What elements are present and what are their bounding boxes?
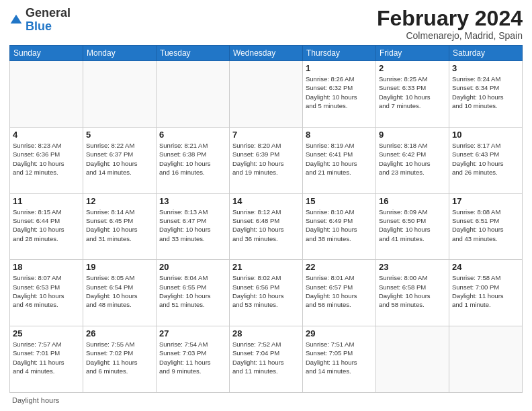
day-number: 12 <box>86 196 153 206</box>
calendar-cell <box>376 326 449 393</box>
day-number: 1 <box>306 63 373 73</box>
cell-content: Sunrise: 8:01 AM Sunset: 6:57 PM Dayligh… <box>306 273 373 309</box>
calendar-cell <box>157 61 230 128</box>
cell-content: Sunrise: 8:19 AM Sunset: 6:41 PM Dayligh… <box>306 141 373 177</box>
day-number: 20 <box>159 262 226 272</box>
day-number: 27 <box>159 328 226 338</box>
cell-content: Sunrise: 8:00 AM Sunset: 6:58 PM Dayligh… <box>379 273 446 309</box>
page: General Blue February 2024 Colmenarejo, … <box>0 0 532 411</box>
cell-content: Sunrise: 7:52 AM Sunset: 7:04 PM Dayligh… <box>232 340 300 375</box>
cell-content: Sunrise: 7:55 AM Sunset: 7:02 PM Dayligh… <box>86 340 153 375</box>
calendar-cell: 17Sunrise: 8:08 AM Sunset: 6:51 PM Dayli… <box>449 193 523 260</box>
day-number: 15 <box>306 196 373 206</box>
day-header-wednesday: Wednesday <box>230 46 303 61</box>
month-title: February 2024 <box>377 7 523 30</box>
calendar-cell <box>83 61 157 128</box>
cell-content: Sunrise: 8:20 AM Sunset: 6:39 PM Dayligh… <box>232 141 300 177</box>
day-header-monday: Monday <box>83 46 157 61</box>
title-block: February 2024 Colmenarejo, Madrid, Spain <box>377 7 523 41</box>
calendar-cell <box>449 326 523 393</box>
calendar-cell: 23Sunrise: 8:00 AM Sunset: 6:58 PM Dayli… <box>376 260 449 326</box>
calendar-cell: 19Sunrise: 8:05 AM Sunset: 6:54 PM Dayli… <box>83 260 157 326</box>
logo-general: General <box>26 7 71 20</box>
day-header-friday: Friday <box>376 46 449 61</box>
logo-blue: Blue <box>26 20 71 34</box>
cell-content: Sunrise: 8:17 AM Sunset: 6:43 PM Dayligh… <box>452 141 519 177</box>
calendar-cell: 4Sunrise: 8:23 AM Sunset: 6:36 PM Daylig… <box>10 127 83 193</box>
cell-content: Sunrise: 8:23 AM Sunset: 6:36 PM Dayligh… <box>13 141 80 177</box>
calendar-cell: 20Sunrise: 8:04 AM Sunset: 6:55 PM Dayli… <box>157 260 230 326</box>
calendar-week-row: 1Sunrise: 8:26 AM Sunset: 6:32 PM Daylig… <box>10 61 523 128</box>
cell-content: Sunrise: 8:02 AM Sunset: 6:56 PM Dayligh… <box>232 273 300 309</box>
cell-content: Sunrise: 7:54 AM Sunset: 7:03 PM Dayligh… <box>159 340 226 375</box>
day-number: 25 <box>13 328 80 338</box>
calendar-header-row: SundayMondayTuesdayWednesdayThursdayFrid… <box>10 46 523 61</box>
calendar-cell: 13Sunrise: 8:13 AM Sunset: 6:47 PM Dayli… <box>157 193 230 260</box>
day-number: 6 <box>159 130 226 140</box>
calendar-cell: 7Sunrise: 8:20 AM Sunset: 6:39 PM Daylig… <box>230 127 303 193</box>
day-number: 9 <box>379 130 446 140</box>
cell-content: Sunrise: 8:09 AM Sunset: 6:50 PM Dayligh… <box>379 208 446 243</box>
day-number: 23 <box>379 262 446 272</box>
calendar-cell: 15Sunrise: 8:10 AM Sunset: 6:49 PM Dayli… <box>303 193 376 260</box>
day-number: 19 <box>86 262 153 272</box>
cell-content: Sunrise: 7:58 AM Sunset: 7:00 PM Dayligh… <box>452 273 519 309</box>
day-number: 5 <box>86 130 153 140</box>
calendar-cell: 11Sunrise: 8:15 AM Sunset: 6:44 PM Dayli… <box>10 193 83 260</box>
calendar-table: SundayMondayTuesdayWednesdayThursdayFrid… <box>9 45 523 393</box>
footer: Daylight hours <box>9 396 523 404</box>
cell-content: Sunrise: 8:25 AM Sunset: 6:33 PM Dayligh… <box>379 75 446 110</box>
day-header-saturday: Saturday <box>449 46 523 61</box>
cell-content: Sunrise: 7:57 AM Sunset: 7:01 PM Dayligh… <box>13 340 80 375</box>
calendar-cell: 29Sunrise: 7:51 AM Sunset: 7:05 PM Dayli… <box>303 326 376 393</box>
logo-text: General Blue <box>26 7 71 34</box>
day-header-thursday: Thursday <box>303 46 376 61</box>
calendar-cell: 2Sunrise: 8:25 AM Sunset: 6:33 PM Daylig… <box>376 61 449 128</box>
logo-icon <box>9 13 23 27</box>
cell-content: Sunrise: 8:07 AM Sunset: 6:53 PM Dayligh… <box>13 273 80 309</box>
day-number: 24 <box>452 262 519 272</box>
calendar-week-row: 25Sunrise: 7:57 AM Sunset: 7:01 PM Dayli… <box>10 326 523 393</box>
calendar-week-row: 4Sunrise: 8:23 AM Sunset: 6:36 PM Daylig… <box>10 127 523 193</box>
day-number: 11 <box>13 196 80 206</box>
cell-content: Sunrise: 8:05 AM Sunset: 6:54 PM Dayligh… <box>86 273 153 309</box>
cell-content: Sunrise: 8:24 AM Sunset: 6:34 PM Dayligh… <box>452 75 519 110</box>
calendar-cell: 28Sunrise: 7:52 AM Sunset: 7:04 PM Dayli… <box>230 326 303 393</box>
calendar-cell: 5Sunrise: 8:22 AM Sunset: 6:37 PM Daylig… <box>83 127 157 193</box>
day-header-sunday: Sunday <box>10 46 83 61</box>
cell-content: Sunrise: 8:13 AM Sunset: 6:47 PM Dayligh… <box>159 208 226 243</box>
cell-content: Sunrise: 8:04 AM Sunset: 6:55 PM Dayligh… <box>159 273 226 309</box>
calendar-cell: 9Sunrise: 8:18 AM Sunset: 6:42 PM Daylig… <box>376 127 449 193</box>
calendar-cell <box>230 61 303 128</box>
calendar-cell: 3Sunrise: 8:24 AM Sunset: 6:34 PM Daylig… <box>449 61 523 128</box>
day-number: 26 <box>86 328 153 338</box>
day-number: 13 <box>159 196 226 206</box>
cell-content: Sunrise: 8:26 AM Sunset: 6:32 PM Dayligh… <box>306 75 373 110</box>
calendar-cell: 24Sunrise: 7:58 AM Sunset: 7:00 PM Dayli… <box>449 260 523 326</box>
day-number: 8 <box>306 130 373 140</box>
day-number: 7 <box>232 130 300 140</box>
calendar-cell: 14Sunrise: 8:12 AM Sunset: 6:48 PM Dayli… <box>230 193 303 260</box>
day-header-tuesday: Tuesday <box>157 46 230 61</box>
calendar-cell: 26Sunrise: 7:55 AM Sunset: 7:02 PM Dayli… <box>83 326 157 393</box>
svg-marker-0 <box>11 14 22 23</box>
calendar-cell: 21Sunrise: 8:02 AM Sunset: 6:56 PM Dayli… <box>230 260 303 326</box>
day-number: 28 <box>232 328 300 338</box>
location-subtitle: Colmenarejo, Madrid, Spain <box>377 30 523 41</box>
logo: General Blue <box>9 7 71 34</box>
day-number: 4 <box>13 130 80 140</box>
day-number: 16 <box>379 196 446 206</box>
calendar-cell: 10Sunrise: 8:17 AM Sunset: 6:43 PM Dayli… <box>449 127 523 193</box>
calendar-cell: 6Sunrise: 8:21 AM Sunset: 6:38 PM Daylig… <box>157 127 230 193</box>
cell-content: Sunrise: 7:51 AM Sunset: 7:05 PM Dayligh… <box>306 340 373 375</box>
footer-label: Daylight hours <box>12 396 59 404</box>
day-number: 17 <box>452 196 519 206</box>
cell-content: Sunrise: 8:08 AM Sunset: 6:51 PM Dayligh… <box>452 208 519 243</box>
header: General Blue February 2024 Colmenarejo, … <box>9 7 523 41</box>
day-number: 22 <box>306 262 373 272</box>
cell-content: Sunrise: 8:22 AM Sunset: 6:37 PM Dayligh… <box>86 141 153 177</box>
calendar-cell: 1Sunrise: 8:26 AM Sunset: 6:32 PM Daylig… <box>303 61 376 128</box>
day-number: 29 <box>306 328 373 338</box>
day-number: 2 <box>379 63 446 73</box>
cell-content: Sunrise: 8:15 AM Sunset: 6:44 PM Dayligh… <box>13 208 80 243</box>
